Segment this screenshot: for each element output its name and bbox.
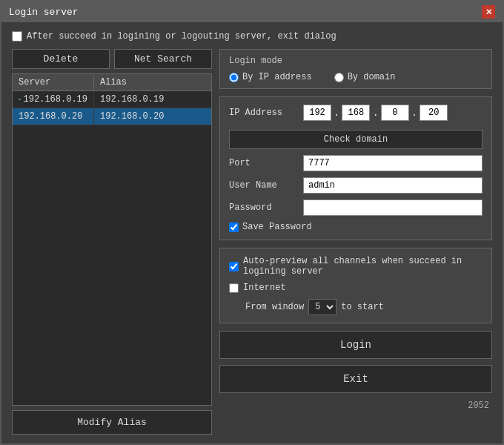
username-input[interactable] [303,177,483,194]
exit-button[interactable]: Exit [219,365,492,393]
delete-button[interactable]: Delete [12,49,110,69]
version-text: 2052 [468,400,489,411]
window-title: Login server [9,7,79,18]
ip-segment-1[interactable] [303,105,331,121]
version-row: 2052 [219,400,492,411]
internet-row: Internet [229,283,483,293]
auto-preview-checkbox[interactable] [229,262,239,271]
left-panel: Delete Net Search Server Alias [12,49,212,435]
ip-segment-3[interactable] [381,105,409,121]
action-buttons: Login Exit [219,331,492,393]
password-label: Password [229,202,303,213]
internet-checkbox[interactable] [229,283,239,293]
port-row: Port [229,155,483,171]
server-cell-1: 192.168.0.19 [13,91,94,108]
header-alias: Alias [94,74,211,90]
top-button-row: Delete Net Search [12,49,212,69]
close-button[interactable]: ✕ [482,5,495,19]
radio-ip-input[interactable] [229,73,239,82]
radio-ip-label: By IP address [242,72,312,82]
alias-cell-2: 192.168.0.20 [94,108,211,125]
auto-preview-label: Auto-preview all channels when succeed i… [243,256,483,277]
right-panel: Login mode By IP address By domain [219,49,492,435]
options-box: Auto-preview all channels when succeed i… [219,248,492,323]
table-header: Server Alias [13,74,211,91]
login-mode-title: Login mode [229,56,483,66]
modify-alias-button[interactable]: Modify Alias [12,410,212,435]
radio-row: By IP address By domain [229,72,483,82]
ip-dot-3: . [411,107,418,119]
ip-field-group: . . . [303,105,483,121]
from-window-row: From window 5 to start [229,299,483,315]
server-table: Server Alias [12,73,212,406]
username-row: User Name [229,177,483,194]
from-window-label-after: to start [341,302,384,312]
radio-by-ip[interactable]: By IP address [229,72,312,82]
port-input[interactable] [303,155,483,171]
radio-domain-label: By domain [348,72,396,82]
main-area: Delete Net Search Server Alias [12,49,492,435]
exit-dialog-label: After succeed in logining or logouting s… [27,31,336,42]
table-body: 192.168.0.19 192.168.0.19 192.168.0.20 1… [13,91,211,405]
save-password-row: Save Password [229,222,483,232]
ip-address-row: IP Address . . . [229,105,483,121]
server-icon-1 [19,94,21,105]
save-password-label: Save Password [242,222,312,232]
ip-dot-2: . [371,107,379,119]
from-window-select[interactable]: 5 [308,299,336,315]
login-mode-box: Login mode By IP address By domain [219,49,492,89]
auto-preview-row: Auto-preview all channels when succeed i… [229,256,483,277]
ip-dot-1: . [333,107,340,119]
main-window: Login server ✕ After succeed in logining… [0,0,504,445]
header-server: Server [13,74,94,90]
exit-dialog-row: After succeed in logining or logouting s… [12,31,492,42]
title-bar: Login server ✕ [1,1,503,22]
exit-dialog-checkbox[interactable] [12,31,22,42]
username-label: User Name [229,180,303,191]
net-search-button[interactable]: Net Search [114,49,212,69]
ip-segment-4[interactable] [420,105,448,121]
password-row: Password [229,200,483,216]
login-details-box: IP Address . . . Check domain [219,96,492,240]
internet-label: Internet [243,283,286,293]
modify-btn-row: Modify Alias [12,410,212,435]
radio-domain-input[interactable] [334,73,344,82]
table-row[interactable]: 192.168.0.20 192.168.0.20 [13,108,211,125]
window-content: After succeed in logining or logouting s… [1,22,503,444]
check-domain-button[interactable]: Check domain [229,130,483,149]
server-cell-2: 192.168.0.20 [13,108,94,125]
table-row[interactable]: 192.168.0.19 192.168.0.19 [13,91,211,108]
port-label: Port [229,158,303,168]
radio-by-domain[interactable]: By domain [334,72,396,82]
login-button[interactable]: Login [219,331,492,359]
alias-cell-1: 192.168.0.19 [94,91,211,108]
ip-address-label: IP Address [229,108,303,118]
password-input[interactable] [303,200,483,216]
save-password-checkbox[interactable] [229,222,239,232]
ip-segment-2[interactable] [342,105,370,121]
from-window-label-before: From window [245,302,304,312]
